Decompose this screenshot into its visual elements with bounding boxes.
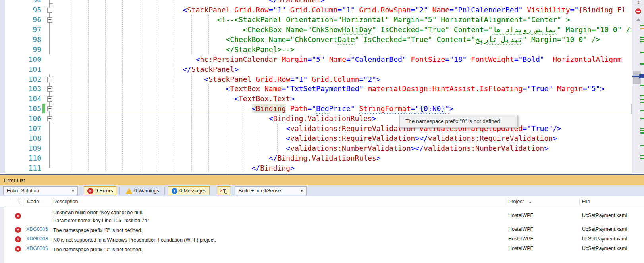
code-text[interactable]: <StackPanel Grid.Row="1" Grid.Column="2"… <box>54 74 381 84</box>
toolbar-separator <box>232 187 232 195</box>
line-number: 96 <box>12 15 41 25</box>
code-text[interactable]: </Binding> <box>54 163 295 173</box>
toolbar-separator <box>81 187 81 195</box>
line-number: 100 <box>12 54 41 64</box>
code-text[interactable]: <!--<StackPanel Orientation="Horizontal"… <box>54 15 570 25</box>
error-row[interactable]: XDG0008N0 is not supported in a Windows … <box>0 234 644 244</box>
error-row[interactable]: Unknown build error, 'Key cannot be null… <box>0 207 644 225</box>
editor-indicator-margin <box>0 0 5 173</box>
error-code-link[interactable]: XDG0008 <box>26 236 51 242</box>
error-row[interactable]: XDG0006The namespace prefix "0" is not d… <box>0 244 644 253</box>
code-text[interactable]: <Binding.ValidationRules> <box>54 113 376 123</box>
code-text[interactable]: </StackPanel> <box>54 0 325 5</box>
error-file: UcSetPayment.xaml <box>582 236 642 242</box>
line-number: 109 <box>12 143 41 153</box>
code-text[interactable]: </StackPanel>--> <box>54 44 295 54</box>
scope-dropdown[interactable]: Entire Solution ▼ <box>3 186 78 195</box>
errors-toggle-button[interactable]: 9 Errors <box>84 186 116 195</box>
toolbar-separator <box>119 187 120 195</box>
vs-window: 94 </StackPanel>95 <StackPanel Grid.Row=… <box>0 0 644 263</box>
scrollbar-change-mark <box>640 130 644 131</box>
line-number: 103 <box>12 84 41 94</box>
scrollbar-change-mark <box>640 41 644 42</box>
fold-collapse-box[interactable] <box>47 86 52 92</box>
line-number: 98 <box>12 35 41 44</box>
vertical-scrollbar[interactable]: ⇕ <box>632 0 644 173</box>
line-number: 108 <box>12 133 41 143</box>
messages-toggle-button[interactable]: 0 Messages <box>168 186 210 195</box>
code-text[interactable]: <CheckBox Name="ChkConvertDate" IsChecke… <box>54 35 600 44</box>
scroll-up-arrow-icon[interactable] <box>636 18 641 21</box>
caret-position-box <box>639 74 644 78</box>
line-number: 94 <box>12 0 41 5</box>
error-severity-icon <box>15 246 21 252</box>
error-tooltip: The namespace prefix "0" is not defined. <box>399 115 518 128</box>
scrollbar-change-mark <box>640 110 644 111</box>
fold-collapse-box[interactable] <box>47 96 52 102</box>
error-list-toolbar: Entire Solution ▼ 9 Errors 0 Warnings 0 … <box>0 185 644 197</box>
code-text[interactable]: <StackPanel Grid.Row="1" Grid.Column="1"… <box>54 5 626 15</box>
code-text[interactable]: <hc:PersianCalendar Margin="5" Name="Cal… <box>54 54 622 64</box>
fold-end-tick <box>49 168 53 168</box>
column-header-code[interactable]: Code <box>27 196 39 207</box>
scrollbar-change-mark <box>640 132 644 134</box>
scrollbar-change-mark <box>640 158 644 159</box>
column-header-project[interactable]: Project▲ <box>508 196 532 207</box>
error-grid-header: Code Description Project▲ File <box>0 196 644 207</box>
error-code-link[interactable]: XDG0006 <box>26 227 51 232</box>
line-number: 107 <box>12 123 41 133</box>
xaml-code-editor[interactable]: 94 </StackPanel>95 <StackPanel Grid.Row=… <box>0 0 644 173</box>
errors-count-label: 9 Errors <box>95 187 113 195</box>
fold-collapse-box[interactable] <box>47 8 52 13</box>
info-icon <box>172 188 177 194</box>
error-project: HostelWPF <box>508 213 576 218</box>
code-text[interactable]: </StackPanel> <box>54 64 239 74</box>
error-project: HostelWPF <box>508 227 576 232</box>
error-description: N0 is not supported in a Windows Present… <box>53 236 502 244</box>
column-header-file[interactable]: File <box>582 196 590 207</box>
column-header-description[interactable]: Description <box>53 196 78 207</box>
chevron-down-icon: ▼ <box>71 187 75 195</box>
code-text[interactable]: <validations:NumberValidation></validati… <box>54 143 548 153</box>
fold-collapse-box[interactable] <box>47 116 52 121</box>
severity-column-icon[interactable] <box>18 200 21 204</box>
error-code-link[interactable]: XDG0006 <box>26 246 51 251</box>
scrollbar-change-mark <box>640 52 644 53</box>
scrollbar-change-mark <box>640 99 644 100</box>
source-dropdown[interactable]: Build + IntelliSense ▼ <box>235 186 307 195</box>
error-severity-icon <box>15 236 21 242</box>
warning-icon <box>126 188 132 194</box>
splitter-grip-icon[interactable]: ⇕ <box>634 0 643 6</box>
warnings-toggle-button[interactable]: 0 Warnings <box>122 186 163 195</box>
code-text[interactable]: <CheckBox Name="ChkShowHoliDay" IsChecke… <box>54 25 634 35</box>
code-text[interactable]: <TextBox.Text> <box>54 94 295 104</box>
error-row[interactable]: XDG0006The namespace prefix "0" is not d… <box>0 225 644 234</box>
error-severity-icon <box>15 227 21 233</box>
code-text[interactable]: <validations:RequireValidation></validat… <box>54 133 557 143</box>
scrollbar-change-mark <box>640 95 644 96</box>
toolbar-separator <box>164 187 165 195</box>
error-list-title-bar[interactable]: Error List <box>0 175 644 185</box>
error-description: The namespace prefix "0" is not defined. <box>53 246 502 253</box>
code-text[interactable]: <Binding Path="BedPrice" StringFormat="{… <box>54 104 454 113</box>
error-icon <box>87 188 93 194</box>
change-tracking-bar <box>42 104 45 113</box>
messages-count-label: 0 Messages <box>179 187 206 195</box>
error-file: UcSetPayment.xaml <box>582 246 642 251</box>
scrollbar-change-mark <box>640 155 644 156</box>
line-number: 104 <box>12 94 41 104</box>
line-number: 99 <box>12 44 41 54</box>
fold-collapse-box[interactable] <box>47 17 52 23</box>
fold-collapse-box[interactable] <box>47 77 52 82</box>
scrollbar-change-mark <box>640 63 644 65</box>
code-text[interactable]: <TextBox Name="TxtSetPaymentBed" materia… <box>54 84 604 94</box>
error-description: Unknown build error, 'Key cannot be null… <box>53 209 502 225</box>
line-number: 97 <box>12 25 41 35</box>
line-number: 101 <box>12 64 41 74</box>
fold-collapse-box[interactable] <box>47 106 52 111</box>
scrollbar-change-mark <box>640 118 644 119</box>
filter-button[interactable]: ✕▾ <box>218 186 230 195</box>
scrollbar-change-mark <box>640 39 644 40</box>
code-text[interactable]: </Binding.ValidationRules> <box>54 153 381 163</box>
scrollbar-change-mark <box>640 25 644 26</box>
